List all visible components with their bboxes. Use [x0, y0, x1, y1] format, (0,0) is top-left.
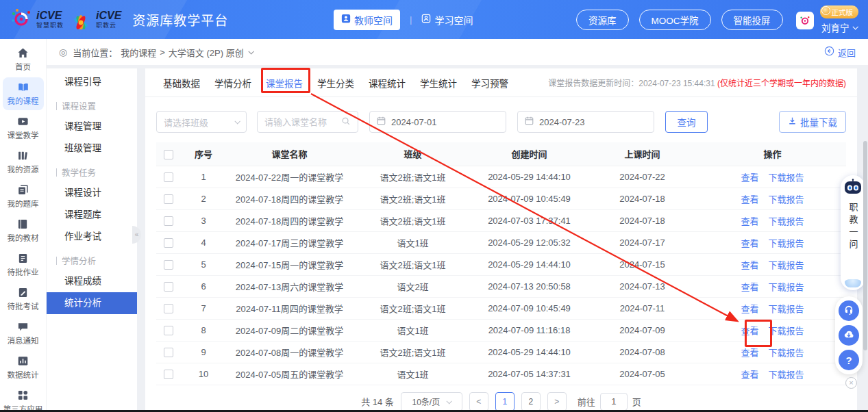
cell-created-time: 2024-07-09 11:16:18: [473, 319, 586, 341]
cell-class: 语文1班: [353, 319, 473, 341]
sidebar-item-pending-exams[interactable]: 待批考试: [3, 283, 44, 316]
tab-5[interactable]: 课程统计: [369, 76, 406, 90]
class-name-input[interactable]: [264, 117, 336, 127]
sidebar-item-home[interactable]: 首页: [3, 43, 44, 76]
sidebar-item-messages[interactable]: 消息通知: [3, 317, 44, 350]
page-size-select[interactable]: 10条/页: [401, 392, 462, 411]
sidebar-collapse-button[interactable]: «: [132, 226, 141, 244]
page-button-2[interactable]: 2: [521, 392, 541, 411]
tab-6[interactable]: 学生统计: [420, 76, 457, 90]
next-page-button[interactable]: >: [547, 392, 567, 411]
date-start-picker[interactable]: 2024-07-01: [369, 111, 506, 133]
view-link[interactable]: 查看: [741, 172, 758, 183]
view-link[interactable]: 查看: [741, 282, 758, 292]
nav-divider: |: [410, 14, 412, 25]
tab-1[interactable]: 基础数据: [163, 76, 200, 90]
menu-item-course-design[interactable]: 课程设计: [47, 182, 137, 204]
view-link[interactable]: 查看: [741, 370, 758, 380]
download-report-link[interactable]: 下载报告: [769, 194, 804, 205]
goto-page-input[interactable]: [600, 393, 628, 411]
course-dropdown-icon[interactable]: [248, 49, 253, 54]
user-menu[interactable]: 正式版 刘育宁: [796, 5, 859, 34]
query-button[interactable]: 查询: [665, 111, 708, 133]
cell-class-time: 2024-07-05: [586, 363, 699, 385]
cell-class-name: 2024-07-22周一的课堂教学: [226, 166, 353, 188]
row-checkbox[interactable]: [164, 238, 173, 248]
sidebar-item-my-textbooks[interactable]: 我的教材: [3, 214, 44, 247]
tab-3[interactable]: 课堂报告: [266, 76, 303, 90]
row-checkbox[interactable]: [164, 304, 173, 313]
sidebar-item-third-party-apps[interactable]: 第三方应用: [3, 385, 44, 412]
breadcrumb-current[interactable]: 大学语文 (2P) 原创: [169, 46, 244, 59]
row-checkbox[interactable]: [164, 216, 173, 226]
download-report-link[interactable]: 下载报告: [769, 282, 804, 292]
view-link[interactable]: 查看: [741, 326, 758, 336]
customer-service-button[interactable]: [839, 300, 859, 321]
headset-icon: [843, 305, 854, 318]
download-report-link[interactable]: 下载报告: [769, 326, 804, 336]
menu-item-course-question-bank[interactable]: 课程题库: [47, 204, 137, 226]
class-select[interactable]: 请选择班级: [156, 111, 247, 133]
row-checkbox[interactable]: [164, 370, 173, 379]
tab-2[interactable]: 学情分析: [214, 76, 251, 90]
download-report-link[interactable]: 下载报告: [769, 260, 804, 270]
table-row: 12024-07-22周一的课堂教学语文2班;语文1班2024-05-29 14…: [156, 166, 846, 188]
download-report-link[interactable]: 下载报告: [769, 304, 804, 314]
page-button-1[interactable]: 1: [495, 392, 514, 411]
sidebar-item-data-statistics[interactable]: 数据统计: [3, 351, 44, 384]
date-end-picker[interactable]: 2024-07-23: [517, 111, 654, 133]
select-all-checkbox[interactable]: [164, 150, 173, 159]
tab-7[interactable]: 学习预警: [471, 76, 508, 90]
cell-no: 10: [181, 363, 226, 385]
view-link[interactable]: 查看: [741, 304, 758, 314]
sidebar-item-classroom-teaching[interactable]: 课堂教学: [3, 112, 44, 144]
download-report-link[interactable]: 下载报告: [769, 216, 804, 227]
menu-item-course-grades[interactable]: 课程成绩: [47, 270, 137, 292]
breadcrumb-parent[interactable]: 我的课程: [121, 46, 156, 59]
menu-item-course-guide[interactable]: 课程引导: [47, 71, 137, 93]
download-report-link[interactable]: 下载报告: [769, 238, 804, 248]
view-link[interactable]: 查看: [741, 194, 758, 205]
view-link[interactable]: 查看: [741, 348, 758, 358]
view-link[interactable]: 查看: [741, 260, 758, 270]
download-report-link[interactable]: 下载报告: [769, 370, 804, 380]
teacher-space-button[interactable]: 教师空间: [334, 10, 400, 30]
download-center-button[interactable]: [839, 325, 859, 346]
wave-decoration: [845, 279, 861, 287]
cell-class: 语文2班;语文1班: [353, 297, 473, 319]
row-checkbox[interactable]: [164, 194, 173, 204]
zhijiao-assistant-widget[interactable]: 职教一问: [841, 175, 865, 290]
view-link[interactable]: 查看: [741, 216, 758, 227]
download-report-link[interactable]: 下载报告: [769, 172, 804, 183]
sidebar-item-my-question-bank[interactable]: 我的题库: [3, 180, 44, 213]
resource-library-button[interactable]: 资源库: [576, 10, 629, 30]
menu-item-course-management[interactable]: 课程管理: [47, 116, 137, 138]
row-checkbox[interactable]: [164, 260, 173, 270]
sidebar-item-my-courses[interactable]: 我的课程: [3, 77, 44, 110]
batch-download-button[interactable]: 批量下载: [779, 111, 846, 133]
view-link[interactable]: 查看: [741, 238, 758, 248]
help-button[interactable]: ?: [839, 350, 859, 370]
row-checkbox[interactable]: [164, 172, 173, 182]
menu-item-class-management[interactable]: 班级管理: [47, 138, 137, 159]
sidebar-item-my-resources[interactable]: 我的资源: [3, 146, 44, 179]
sidebar-item-pending-homework[interactable]: 待批作业: [3, 248, 44, 281]
menu-item-homework-exams[interactable]: 作业考试: [47, 226, 137, 248]
vertical-scrollbar[interactable]: [863, 141, 867, 350]
row-checkbox[interactable]: [164, 348, 173, 357]
table-header-row: 序号 课堂名称 班级 创建时间 上课时间 操作: [156, 142, 846, 166]
cell-class-name: 2024-07-05周五的课堂教学: [226, 363, 353, 385]
prev-page-button[interactable]: <: [469, 392, 488, 411]
menu-item-statistical-analysis[interactable]: 统计分析: [47, 292, 137, 314]
row-checkbox[interactable]: [164, 282, 173, 292]
row-checkbox[interactable]: [164, 326, 173, 335]
back-button[interactable]: 返回: [824, 46, 856, 59]
filter-row: 请选择班级 2024-07-01 2024-07-23: [156, 111, 846, 133]
learning-space-button[interactable]: 学习空间: [421, 13, 473, 27]
close-toolbar-icon[interactable]: ×: [845, 377, 857, 389]
download-report-link[interactable]: 下载报告: [769, 348, 804, 358]
mooc-academy-button[interactable]: MOOC学院: [639, 10, 711, 30]
tab-4[interactable]: 学生分类: [317, 76, 354, 90]
table-body: 12024-07-22周一的课堂教学语文2班;语文1班2024-05-29 14…: [156, 166, 846, 385]
smart-casting-button[interactable]: 智能投屏: [721, 10, 783, 30]
